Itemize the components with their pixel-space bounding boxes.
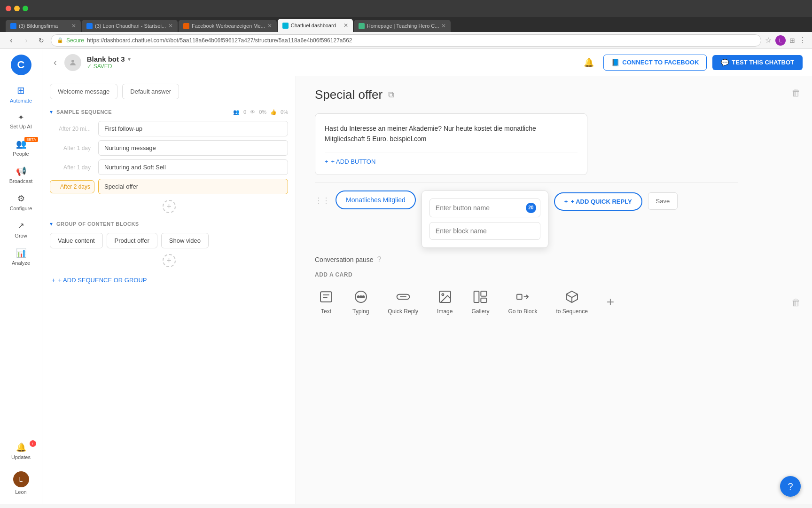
card-option-go-to-block[interactable]: Go to Block — [504, 286, 541, 318]
browser-tab-4[interactable]: Chatfuel dashboard ✕ — [278, 19, 353, 32]
seq-time-3: After 1 day — [50, 161, 94, 174]
quick-reply-card-icon — [396, 289, 411, 304]
minimize-dot[interactable] — [14, 6, 20, 11]
save-button[interactable]: Save — [648, 192, 678, 210]
duplicate-icon[interactable]: ⧉ — [388, 90, 394, 100]
group-item-show-video[interactable]: Show video — [161, 233, 209, 248]
close-dot[interactable] — [6, 6, 11, 11]
seq-name-2[interactable]: Nurturing message — [98, 140, 288, 156]
menu-icon[interactable]: ⋮ — [799, 36, 806, 45]
gallery-card-label: Gallery — [471, 308, 489, 315]
add-sequence-or-group-btn[interactable]: + + ADD SEQUENCE OR GROUP — [50, 275, 288, 286]
people-icon-small: 👥 — [233, 109, 240, 115]
secure-label: Secure — [66, 37, 84, 44]
browser-tab-2[interactable]: (3) Leon Chaudhari - Startsei... ✕ — [82, 20, 178, 32]
tab5-close[interactable]: ✕ — [441, 23, 446, 29]
add-more-card-btn[interactable]: + — [603, 291, 618, 313]
save-label: Save — [656, 198, 670, 205]
profile-icon[interactable]: L — [775, 35, 786, 46]
add-sequence-item-btn[interactable]: + — [50, 200, 288, 213]
conversation-pause-label: Conversation pause — [315, 256, 374, 263]
welcome-message-tab[interactable]: Welcome message — [50, 84, 117, 99]
address-bar[interactable]: 🔒 Secure https://dashboard.chatfuel.com/… — [51, 34, 761, 47]
tab1-favicon — [10, 23, 16, 29]
seq-name-1[interactable]: First follow-up — [98, 121, 288, 136]
tab2-close[interactable]: ✕ — [168, 23, 173, 29]
card-option-typing[interactable]: Typing — [349, 286, 373, 318]
bell-icon[interactable]: 🔔 — [584, 57, 594, 68]
updates-badge: ! — [30, 440, 36, 447]
card-option-quick-reply[interactable]: Quick Reply — [384, 286, 422, 318]
svg-rect-14 — [481, 298, 487, 302]
button-name-input-wrapper[interactable]: 20 — [429, 198, 540, 217]
dropdown-chevron-icon[interactable]: ▾ — [128, 56, 131, 63]
add-button-row[interactable]: + + ADD BUTTON — [325, 152, 578, 165]
seq-name-4-text: Special offer — [104, 183, 138, 190]
support-icon: ? — [788, 481, 793, 492]
seq-name-4-active[interactable]: Special offer — [98, 179, 288, 194]
block-name-input[interactable] — [429, 222, 540, 240]
svg-rect-12 — [474, 291, 479, 302]
add-card-section: ADD A CARD Text Typing — [315, 271, 793, 318]
sidebar-item-people[interactable]: 👥 BETA People — [2, 135, 40, 160]
tab1-close[interactable]: ✕ — [71, 23, 76, 29]
browser-tab-1[interactable]: (3) Bildungsfirma ✕ — [6, 20, 81, 32]
support-button[interactable]: ? — [780, 476, 801, 497]
add-button-plus-icon: + — [325, 158, 328, 165]
sidebar-item-broadcast[interactable]: 📢 Broadcast — [2, 162, 40, 188]
sidebar-item-setup-ai[interactable]: ✦ Set Up AI — [2, 109, 40, 133]
quick-reply-button[interactable]: Monatliches Mitglied — [336, 190, 416, 209]
fullscreen-dot[interactable] — [23, 6, 28, 11]
card-option-image[interactable]: Image — [433, 286, 456, 318]
button-name-input[interactable] — [436, 204, 526, 212]
nav-refresh[interactable]: ↻ — [36, 35, 47, 46]
automate-label: Automate — [10, 98, 32, 103]
tab3-favicon — [183, 23, 189, 29]
drag-handle-icon[interactable]: ⋮⋮ — [315, 196, 330, 205]
delete-section-button[interactable]: 🗑 — [791, 297, 801, 308]
add-seq-plus-icon: + — [52, 277, 55, 284]
message-card: Hast du Interesse an meiner Akademie? Nu… — [315, 113, 587, 175]
add-quick-reply-button[interactable]: + + ADD QUICK REPLY — [554, 192, 642, 211]
test-icon: 💬 — [721, 59, 729, 66]
card-option-to-sequence[interactable]: to Sequence — [552, 286, 591, 318]
seq-time-4-active[interactable]: After 2 days — [50, 180, 94, 193]
tab4-close[interactable]: ✕ — [344, 22, 348, 29]
nav-back[interactable]: ‹ — [6, 35, 17, 46]
pause-help-icon[interactable]: ? — [377, 255, 382, 264]
seq-name-2-text: Nurturing message — [104, 144, 156, 151]
tab3-close[interactable]: ✕ — [267, 23, 272, 29]
card-option-gallery[interactable]: Gallery — [468, 286, 493, 318]
card-option-text[interactable]: Text — [315, 286, 337, 318]
group-item-value-content[interactable]: Value content — [50, 233, 103, 248]
updates-btn[interactable]: 🔔 ! Updates — [2, 438, 40, 464]
svg-rect-1 — [320, 292, 332, 302]
bookmark-icon[interactable]: ☆ — [765, 36, 772, 45]
seq-name-3-text: Nurturing and Soft Sell — [104, 164, 166, 171]
sequence-item-2: After 1 day Nurturing message — [50, 140, 288, 156]
browser-tab-5[interactable]: Homepage | Teaching Hero C... ✕ — [354, 20, 451, 32]
sidebar-item-grow[interactable]: ↗ Grow — [2, 217, 40, 242]
extension-icon[interactable]: ⊞ — [789, 37, 795, 44]
add-group-item-btn[interactable]: + — [50, 254, 288, 267]
seq-name-3[interactable]: Nurturing and Soft Sell — [98, 159, 288, 175]
button-dropdown: 20 — [422, 190, 548, 248]
back-button[interactable]: ‹ — [52, 55, 59, 70]
browser-tab-3[interactable]: Facebook Werbeanzeigen Me... ✕ — [179, 20, 277, 32]
connect-facebook-button[interactable]: 📘 CONNECT TO FACEBOOK — [603, 55, 707, 71]
nav-forward[interactable]: › — [21, 35, 32, 46]
sequence-collapse-icon[interactable]: ▾ — [50, 109, 53, 115]
group-collapse-icon[interactable]: ▾ — [50, 221, 53, 227]
svg-point-0 — [71, 60, 74, 63]
sample-sequence-header: ▾ SAMPLE SEQUENCE 👥 0 👁 0% 👍 0% — [50, 109, 288, 115]
address-text: https://dashboard.chatfuel.com/#/bot/5aa… — [87, 37, 755, 44]
default-answer-tab[interactable]: Default answer — [122, 84, 179, 99]
delete-offer-button[interactable]: 🗑 — [791, 87, 801, 98]
sidebar-item-automate[interactable]: ⊞ Automate — [2, 81, 40, 107]
test-chatbot-button[interactable]: 💬 TEST THIS CHATBOT — [712, 55, 803, 70]
go-to-block-label: Go to Block — [508, 308, 537, 315]
group-item-product-offer[interactable]: Product offer — [107, 233, 157, 248]
sidebar-item-analyze[interactable]: 📊 Analyze — [2, 244, 40, 270]
sidebar-item-configure[interactable]: ⚙ Configure — [2, 190, 40, 215]
user-avatar[interactable]: L Leon — [2, 468, 40, 499]
